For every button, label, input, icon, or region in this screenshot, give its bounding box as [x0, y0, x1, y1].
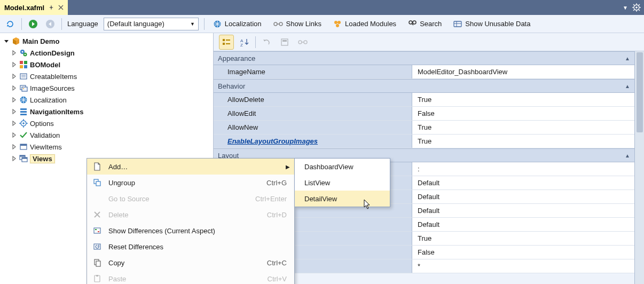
- vertical-scrollbar[interactable]: [634, 51, 644, 284]
- tree-node-options[interactable]: Options: [3, 117, 210, 129]
- menu-item-copy[interactable]: CopyCtrl+C: [87, 255, 294, 271]
- window-menu-icon[interactable]: ▼: [623, 5, 628, 11]
- collapse-icon[interactable]: ▲: [625, 56, 630, 61]
- list-icon: [19, 72, 28, 81]
- show-links-button[interactable]: Show Links: [270, 19, 325, 29]
- refresh-button[interactable]: [4, 18, 16, 30]
- language-select[interactable]: (Default language) ▼: [104, 18, 199, 30]
- property-value[interactable]: True: [418, 137, 431, 145]
- expand-icon[interactable]: [11, 61, 17, 68]
- tree-node-localization[interactable]: Localization: [3, 94, 210, 106]
- property-value[interactable]: *: [418, 262, 420, 270]
- tree-node-imagesources[interactable]: ImageSources: [3, 82, 210, 94]
- property-name: ImageName: [227, 68, 265, 76]
- menu-item-show-differences-current-aspect-[interactable]: Show Differences (Current Aspect): [87, 223, 294, 239]
- tree-node-label: BOModel: [30, 61, 60, 69]
- submenu-item-dashboardview[interactable]: DashboardView: [295, 159, 390, 175]
- svg-rect-67: [96, 182, 100, 186]
- property-row[interactable]: EnableLayoutGroupImagesTrue: [214, 135, 634, 148]
- svg-rect-55: [223, 39, 225, 41]
- category-behavior[interactable]: Behavior▲: [214, 79, 634, 93]
- svg-point-17: [337, 21, 341, 24]
- menu-shortcut: Ctrl+Enter: [255, 195, 289, 203]
- property-value[interactable]: False: [418, 248, 435, 256]
- pin-icon[interactable]: [49, 5, 54, 10]
- property-value[interactable]: Default: [418, 220, 439, 228]
- colors-icon: [19, 60, 28, 69]
- menu-item-label: Reset Differences: [108, 243, 289, 251]
- categorized-button[interactable]: [219, 35, 234, 50]
- views-icon: [19, 154, 28, 163]
- localization-label: Localization: [225, 20, 262, 28]
- svg-rect-69: [95, 229, 97, 230]
- menu-item-reset-differences[interactable]: Reset Differences: [87, 239, 294, 255]
- svg-line-8: [639, 4, 640, 5]
- tree-node-validation[interactable]: Validation: [3, 129, 210, 141]
- property-value[interactable]: ModelEditor_DashboardView: [418, 68, 507, 76]
- menu-item-add-[interactable]: Add…▶: [87, 159, 294, 175]
- property-value[interactable]: True: [418, 96, 431, 104]
- tree-node-label: Localization: [30, 96, 67, 104]
- file-tab[interactable]: Model.xafml: [0, 0, 68, 15]
- expand-icon[interactable]: [11, 155, 17, 162]
- loaded-modules-button[interactable]: Loaded Modules: [330, 19, 399, 29]
- property-name[interactable]: EnableLayoutGroupImages: [227, 137, 318, 145]
- collapse-icon[interactable]: ▲: [625, 153, 630, 159]
- localization-button[interactable]: Localization: [210, 19, 265, 29]
- tree-node-navigationitems[interactable]: NavigationItems: [3, 106, 210, 117]
- paste-icon: [92, 274, 102, 283]
- svg-rect-29: [20, 61, 23, 64]
- expand-icon[interactable]: [11, 144, 17, 150]
- submenu-item-detailview[interactable]: DetailView: [295, 191, 390, 207]
- submenu-item-listview[interactable]: ListView: [295, 175, 390, 191]
- link-button[interactable]: [295, 35, 310, 50]
- svg-rect-33: [20, 74, 27, 79]
- property-value[interactable]: False: [418, 109, 435, 117]
- expand-icon[interactable]: [11, 108, 17, 115]
- property-row[interactable]: AllowDeleteTrue: [214, 93, 634, 107]
- tree-node-bomodel[interactable]: BOModel: [3, 59, 210, 70]
- layout-button[interactable]: [277, 35, 292, 50]
- show-unusable-button[interactable]: Show Unusable Data: [450, 19, 533, 29]
- svg-rect-58: [226, 43, 230, 44]
- expand-icon[interactable]: [11, 120, 17, 127]
- alphabetical-button[interactable]: AZ: [237, 35, 252, 50]
- property-value[interactable]: Default: [418, 179, 439, 187]
- svg-text:Z: Z: [240, 43, 243, 46]
- collapse-icon[interactable]: ▲: [625, 83, 630, 89]
- property-row[interactable]: ImageNameModelEditor_DashboardView: [214, 65, 634, 79]
- property-value[interactable]: :: [418, 165, 420, 173]
- property-value[interactable]: True: [418, 123, 431, 131]
- expand-icon[interactable]: [11, 85, 17, 91]
- property-value[interactable]: Default: [418, 193, 439, 201]
- tree-node-actiondesign[interactable]: ActionDesign: [3, 47, 210, 59]
- tree-node-viewitems[interactable]: ViewItems: [3, 141, 210, 153]
- undo-button[interactable]: [259, 35, 274, 50]
- tree-root[interactable]: Main Demo: [3, 35, 210, 47]
- close-icon[interactable]: [58, 5, 64, 10]
- search-button[interactable]: Search: [405, 19, 445, 29]
- svg-point-38: [23, 88, 24, 89]
- property-value[interactable]: True: [418, 234, 431, 242]
- nav-forward-button[interactable]: [27, 18, 39, 30]
- tree-node-creatableitems[interactable]: CreatableItems: [3, 70, 210, 82]
- nav-back-button[interactable]: [44, 18, 56, 30]
- expand-icon[interactable]: [11, 50, 17, 56]
- menu-item-paste: PasteCtrl+V: [87, 271, 294, 284]
- svg-rect-61: [281, 39, 288, 45]
- menu-item-label: Delete: [108, 211, 261, 219]
- property-row[interactable]: AllowNewTrue: [214, 121, 634, 135]
- property-row[interactable]: AllowEditFalse: [214, 107, 634, 121]
- menu-item-ungroup[interactable]: UngroupCtrl+G: [87, 175, 294, 191]
- expand-icon[interactable]: [11, 73, 17, 80]
- menu-item-label: Go to Source: [108, 195, 249, 203]
- delete-icon: [92, 210, 102, 219]
- expand-icon[interactable]: [11, 132, 17, 138]
- property-value[interactable]: Default: [418, 207, 439, 215]
- expand-icon[interactable]: [3, 38, 10, 44]
- category-appearance[interactable]: Appearance▲: [214, 51, 634, 65]
- menu-shortcut: Ctrl+D: [267, 211, 289, 219]
- expand-icon[interactable]: [11, 97, 17, 103]
- svg-rect-50: [20, 144, 27, 146]
- settings-icon[interactable]: [632, 3, 641, 12]
